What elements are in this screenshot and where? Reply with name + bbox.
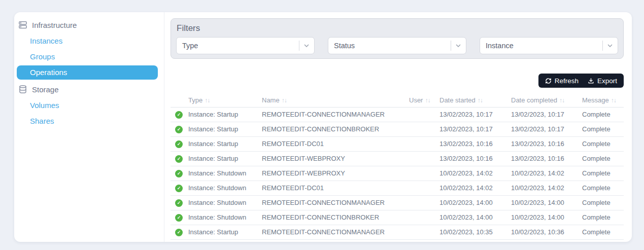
column-header-date-completed[interactable]: Date completed↑↓ xyxy=(511,94,582,107)
table-row: ✓Instance: ShutdownREMOTEEDIT-WEBPROXY10… xyxy=(171,166,624,181)
main-content: Filters Type Status Instan xyxy=(164,12,632,242)
type-cell: Instance: Shutdown xyxy=(188,181,262,195)
status-filter-select[interactable]: Status xyxy=(328,37,466,54)
chevron-down-icon xyxy=(303,42,310,49)
status-cell: ✓ xyxy=(171,210,188,225)
user-cell xyxy=(409,136,439,151)
user-cell xyxy=(409,210,439,225)
status-cell: ✓ xyxy=(171,107,188,122)
column-header-label: Name xyxy=(262,96,280,104)
status-cell: ✓ xyxy=(171,181,188,195)
sidebar: Infrastructure Instances Groups Operatio… xyxy=(14,12,164,242)
operations-table: Type↑↓Name↑↓User↑↓Date started↑↓Date com… xyxy=(171,94,624,240)
message-cell: Complete xyxy=(582,151,624,166)
action-button-group: Refresh Export xyxy=(538,74,624,88)
message-cell: Complete xyxy=(582,136,624,151)
sort-arrows-icon: ↑↓ xyxy=(559,97,564,104)
type-cell: Instance: Startup xyxy=(188,122,262,136)
date-completed-cell: 13/02/2023, 10:16 xyxy=(511,151,582,166)
date-completed-cell: 10/02/2023, 14:00 xyxy=(511,210,582,225)
status-cell: ✓ xyxy=(171,136,188,151)
table-row: ✓Instance: StartupREMOTEEDIT-DC0113/02/2… xyxy=(171,136,624,151)
status-cell: ✓ xyxy=(171,122,188,136)
date-started-cell: 10/02/2023, 14:00 xyxy=(439,195,511,210)
export-button[interactable]: Export xyxy=(583,74,622,88)
sidebar-item-instances[interactable]: Instances xyxy=(17,34,158,48)
column-header-user[interactable]: User↑↓ xyxy=(409,94,439,107)
date-completed-cell: 10/02/2023, 10:36 xyxy=(511,225,582,239)
message-cell: Complete xyxy=(582,195,624,210)
date-completed-cell: 10/02/2023, 14:00 xyxy=(511,195,582,210)
name-cell: REMOTEEDIT-DC01 xyxy=(262,181,409,195)
table-row: ✓Instance: StartupREMOTEEDIT-CONNECTIONM… xyxy=(171,107,624,122)
date-started-cell: 10/02/2023, 10:35 xyxy=(439,225,511,239)
sidebar-item-groups[interactable]: Groups xyxy=(17,50,158,64)
column-header-type[interactable]: Type↑↓ xyxy=(188,94,262,107)
sort-arrows-icon: ↑↓ xyxy=(611,97,616,104)
refresh-button[interactable]: Refresh xyxy=(540,74,583,88)
table-row: ✓Instance: ShutdownREMOTEEDIT-CONNECTION… xyxy=(171,195,624,210)
sort-arrows-icon: ↑↓ xyxy=(478,97,483,104)
status-cell: ✓ xyxy=(171,151,188,166)
column-header-label: Type xyxy=(188,96,202,104)
sidebar-section-label: Infrastructure xyxy=(32,21,77,29)
filters-row: Type Status Instance xyxy=(176,37,618,54)
success-check-icon: ✓ xyxy=(175,126,183,133)
user-cell xyxy=(409,181,439,195)
success-check-icon: ✓ xyxy=(175,111,183,119)
table-row: ✓Instance: StartupREMOTEEDIT-CONNECTIONB… xyxy=(171,122,624,136)
toolbar-row: Refresh Export xyxy=(171,74,624,88)
message-cell: Complete xyxy=(582,166,624,181)
success-check-icon: ✓ xyxy=(175,155,183,163)
date-started-cell: 13/02/2023, 10:17 xyxy=(439,107,511,122)
date-started-cell: 10/02/2023, 14:02 xyxy=(439,166,511,181)
date-started-cell: 10/02/2023, 14:00 xyxy=(439,210,511,225)
filters-title: Filters xyxy=(177,23,618,33)
success-check-icon: ✓ xyxy=(175,214,183,222)
date-completed-cell: 13/02/2023, 10:17 xyxy=(511,107,582,122)
type-cell: Instance: Startup xyxy=(188,136,262,151)
user-cell xyxy=(409,122,439,136)
message-cell: Complete xyxy=(582,225,624,239)
sidebar-item-volumes[interactable]: Volumes xyxy=(17,98,158,113)
date-started-cell: 13/02/2023, 10:17 xyxy=(439,122,511,136)
instance-filter-select[interactable]: Instance xyxy=(480,37,618,54)
success-check-icon: ✓ xyxy=(175,229,183,236)
sidebar-item-shares[interactable]: Shares xyxy=(17,114,158,128)
sort-arrows-icon: ↑↓ xyxy=(425,97,430,104)
name-cell: REMOTEEDIT-CONNECTIONMANAGER xyxy=(262,225,409,239)
user-cell xyxy=(409,195,439,210)
content-card: Infrastructure Instances Groups Operatio… xyxy=(14,12,632,242)
status-column-header xyxy=(171,94,188,107)
name-cell: REMOTEEDIT-WEBPROXY xyxy=(262,166,409,181)
type-cell: Instance: Startup xyxy=(188,151,262,166)
column-header-label: Date completed xyxy=(511,96,557,104)
user-cell xyxy=(409,107,439,122)
column-header-label: User xyxy=(409,96,423,104)
server-stack-icon xyxy=(18,20,27,29)
operations-table-header: Type↑↓Name↑↓User↑↓Date started↑↓Date com… xyxy=(171,94,624,107)
success-check-icon: ✓ xyxy=(175,170,183,177)
user-cell xyxy=(409,151,439,166)
name-cell: REMOTEEDIT-CONNECTIONMANAGER xyxy=(262,107,409,122)
column-header-date-started[interactable]: Date started↑↓ xyxy=(439,94,511,107)
table-row: ✓Instance: ShutdownREMOTEEDIT-CONNECTION… xyxy=(171,210,624,225)
sidebar-section-header-storage: Storage xyxy=(17,82,158,97)
select-divider xyxy=(451,41,451,51)
chevron-down-icon xyxy=(606,42,614,49)
status-cell: ✓ xyxy=(171,225,188,239)
type-filter-value: Type xyxy=(182,42,299,50)
sidebar-section-storage: Storage Volumes Shares xyxy=(17,82,158,128)
database-icon xyxy=(18,85,27,94)
refresh-button-label: Refresh xyxy=(555,77,579,85)
message-cell: Complete xyxy=(582,181,624,195)
table-row: ✓Instance: ShutdownREMOTEEDIT-DC0110/02/… xyxy=(171,181,624,195)
column-header-name[interactable]: Name↑↓ xyxy=(262,94,409,107)
sidebar-item-operations[interactable]: Operations xyxy=(17,65,158,80)
column-header-message[interactable]: Message↑↓ xyxy=(582,94,624,107)
user-cell xyxy=(409,225,439,239)
table-row: ✓Instance: StartupREMOTEEDIT-WEBPROXY13/… xyxy=(171,151,624,166)
status-filter-value: Status xyxy=(334,42,451,50)
success-check-icon: ✓ xyxy=(175,140,183,148)
type-filter-select[interactable]: Type xyxy=(176,37,315,54)
